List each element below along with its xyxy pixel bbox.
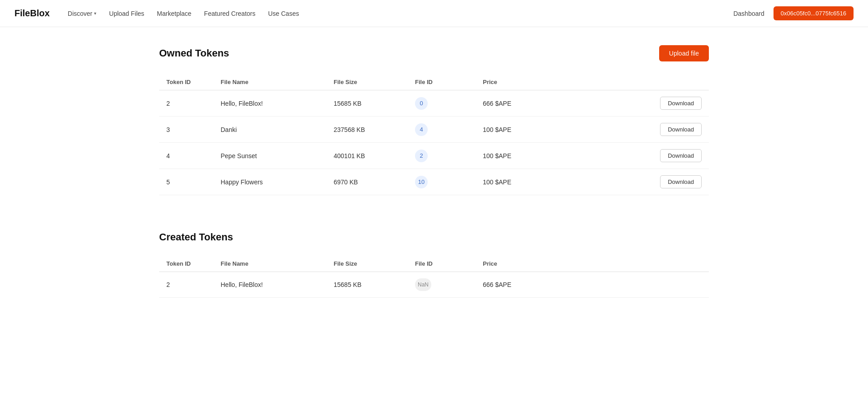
nav-links: Discover ▾ Upload Files Marketplace Feat… (68, 10, 733, 17)
table-row: 3 Danki 237568 KB 4 100 $APE Download (159, 117, 709, 143)
download-button[interactable]: Download (660, 97, 702, 110)
brand-logo[interactable]: FileBlox (14, 8, 50, 19)
nav-featured-creators[interactable]: Featured Creators (204, 10, 255, 17)
created-col-header-price: Price (476, 256, 557, 272)
cell-file-name: Pepe Sunset (213, 143, 326, 169)
col-header-action (557, 74, 709, 90)
cell-action: Download (557, 117, 709, 143)
owned-tokens-table: Token ID File Name File Size File ID Pri… (159, 74, 709, 195)
cell-action: Download (557, 90, 709, 117)
cell-token-id: 2 (159, 90, 213, 117)
file-id-badge: 4 (415, 123, 428, 136)
cell-file-size: 400101 KB (326, 143, 408, 169)
cell-file-id: 4 (408, 117, 476, 143)
cell-action: Download (557, 169, 709, 195)
col-header-price: Price (476, 74, 557, 90)
created-tokens-header: Created Tokens (159, 231, 709, 243)
nav-upload-files[interactable]: Upload Files (109, 10, 144, 17)
owned-tokens-table-head: Token ID File Name File Size File ID Pri… (159, 74, 709, 90)
file-id-badge: NaN (415, 278, 431, 291)
cell-token-id: 4 (159, 143, 213, 169)
cell-action (557, 272, 709, 298)
created-tokens-body: 2 Hello, FileBlox! 15685 KB NaN 666 $APE (159, 272, 709, 298)
col-header-file-name: File Name (213, 74, 326, 90)
owned-tokens-header: Owned Tokens Upload file (159, 45, 709, 61)
cell-price: 100 $APE (476, 117, 557, 143)
main-content: Owned Tokens Upload file Token ID File N… (145, 27, 723, 316)
table-row: 2 Hello, FileBlox! 15685 KB NaN 666 $APE (159, 272, 709, 298)
nav-marketplace[interactable]: Marketplace (157, 10, 191, 17)
download-button[interactable]: Download (660, 149, 702, 162)
cell-file-name: Hello, FileBlox! (213, 272, 326, 298)
nav-discover[interactable]: Discover ▾ (68, 10, 96, 17)
file-id-badge: 10 (415, 176, 428, 188)
wallet-button[interactable]: 0x06c05fc0...0775fc6516 (774, 6, 854, 20)
cell-action: Download (557, 143, 709, 169)
cell-file-id: 0 (408, 90, 476, 117)
created-tokens-table: Token ID File Name File Size File ID Pri… (159, 256, 709, 298)
cell-file-size: 237568 KB (326, 117, 408, 143)
created-col-header-file-size: File Size (326, 256, 408, 272)
cell-file-name: Happy Flowers (213, 169, 326, 195)
cell-token-id: 3 (159, 117, 213, 143)
nav-right: Dashboard 0x06c05fc0...0775fc6516 (733, 6, 854, 20)
download-button[interactable]: Download (660, 175, 702, 188)
cell-file-id: 10 (408, 169, 476, 195)
created-tokens-header-row: Token ID File Name File Size File ID Pri… (159, 256, 709, 272)
download-button[interactable]: Download (660, 123, 702, 136)
created-col-header-action (557, 256, 709, 272)
created-col-header-file-name: File Name (213, 256, 326, 272)
cell-file-name: Danki (213, 117, 326, 143)
table-row: 2 Hello, FileBlox! 15685 KB 0 666 $APE D… (159, 90, 709, 117)
cell-file-name: Hello, FileBlox! (213, 90, 326, 117)
created-tokens-table-head: Token ID File Name File Size File ID Pri… (159, 256, 709, 272)
cell-file-size: 15685 KB (326, 272, 408, 298)
cell-token-id: 2 (159, 272, 213, 298)
owned-tokens-header-row: Token ID File Name File Size File ID Pri… (159, 74, 709, 90)
cell-file-id: NaN (408, 272, 476, 298)
chevron-down-icon: ▾ (94, 11, 96, 16)
cell-file-size: 6970 KB (326, 169, 408, 195)
navbar: FileBlox Discover ▾ Upload Files Marketp… (0, 0, 868, 27)
cell-token-id: 5 (159, 169, 213, 195)
col-header-file-size: File Size (326, 74, 408, 90)
file-id-badge: 0 (415, 97, 428, 110)
created-tokens-section: Created Tokens Token ID File Name File S… (159, 231, 709, 298)
cell-price: 666 $APE (476, 272, 557, 298)
cell-price: 666 $APE (476, 90, 557, 117)
col-header-file-id: File ID (408, 74, 476, 90)
table-row: 5 Happy Flowers 6970 KB 10 100 $APE Down… (159, 169, 709, 195)
col-header-token-id: Token ID (159, 74, 213, 90)
upload-file-button[interactable]: Upload file (659, 45, 709, 61)
cell-price: 100 $APE (476, 143, 557, 169)
owned-tokens-body: 2 Hello, FileBlox! 15685 KB 0 666 $APE D… (159, 90, 709, 195)
created-tokens-title: Created Tokens (159, 231, 233, 243)
cell-price: 100 $APE (476, 169, 557, 195)
cell-file-id: 2 (408, 143, 476, 169)
created-col-header-token-id: Token ID (159, 256, 213, 272)
dashboard-link[interactable]: Dashboard (733, 10, 764, 17)
nav-use-cases[interactable]: Use Cases (268, 10, 299, 17)
file-id-badge: 2 (415, 150, 428, 162)
cell-file-size: 15685 KB (326, 90, 408, 117)
owned-tokens-title: Owned Tokens (159, 47, 229, 59)
table-row: 4 Pepe Sunset 400101 KB 2 100 $APE Downl… (159, 143, 709, 169)
created-col-header-file-id: File ID (408, 256, 476, 272)
